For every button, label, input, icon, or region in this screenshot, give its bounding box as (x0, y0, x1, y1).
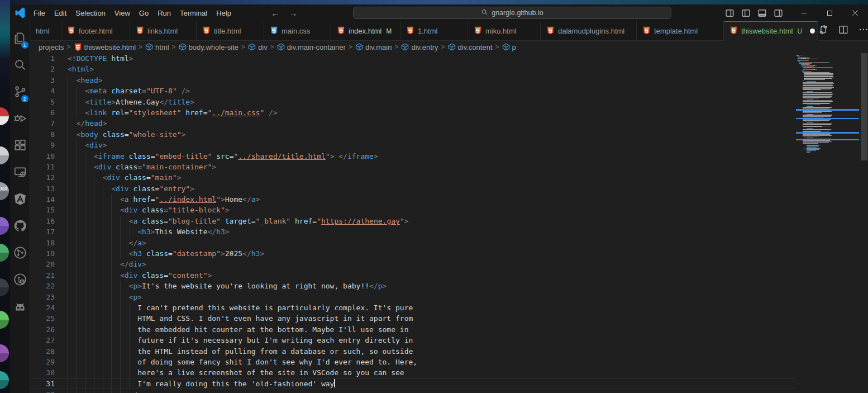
line-number[interactable]: 10 (30, 151, 55, 162)
breadcrumb-item[interactable]: div.entry (401, 43, 438, 51)
minimize-button[interactable] (791, 4, 817, 21)
code-line-19[interactable]: 19 <h3 class="datestamp">2025</h3> (30, 248, 796, 259)
line-number[interactable]: 8 (30, 129, 55, 140)
activity-extensions[interactable] (10, 133, 30, 160)
code-line-31[interactable]: 31 I'm really doing this the 'old-fashio… (30, 378, 796, 389)
toggle-secondary-sidebar-icon[interactable] (774, 8, 783, 18)
activity-search[interactable] (10, 53, 30, 79)
line-number[interactable]: 3 (30, 75, 55, 86)
code-line-21[interactable]: 21 <div class="content"> (30, 270, 796, 281)
tab-title.html[interactable]: title.html (197, 21, 264, 41)
code-line-3[interactable]: 3 <head> (30, 75, 796, 86)
line-number[interactable]: 20 (30, 259, 55, 269)
toggle-panel-icon[interactable] (757, 8, 767, 18)
menu-file[interactable]: File (29, 7, 50, 19)
line-number[interactable]: 30 (30, 367, 55, 378)
line-number[interactable]: 15 (30, 205, 55, 215)
code-line-4[interactable]: 4 <meta charset="UTF-8" /> (30, 86, 796, 96)
tab-footer.html[interactable]: footer.html (61, 21, 130, 41)
code-line-7[interactable]: 7 </head> (30, 118, 796, 129)
code-line-27[interactable]: 27 future if it's necessary but I'm writ… (30, 335, 796, 345)
vertical-scrollbar[interactable] (860, 53, 868, 393)
code-line-26[interactable]: 26 the embedded hit counter at the botto… (30, 324, 796, 335)
line-number[interactable]: 23 (30, 292, 55, 302)
code-line-15[interactable]: 15 <div class="title-block"> (30, 205, 796, 215)
split-editor-icon[interactable] (838, 24, 849, 37)
activity-godot-tools[interactable] (10, 294, 30, 321)
code-line-16[interactable]: 16 <a class="blog-title" target="_blank"… (30, 216, 796, 226)
tab-template.html[interactable]: template.html (637, 21, 724, 41)
code-line-8[interactable]: 8 <body class="whole-site"> (30, 129, 796, 140)
tab-1.html[interactable]: 1.html (400, 21, 468, 41)
line-number[interactable]: 32 (30, 389, 55, 393)
unsaved-dot-icon[interactable] (810, 29, 815, 34)
code-line-32[interactable]: 32 </p> (30, 389, 796, 393)
line-number[interactable]: 1 (30, 53, 55, 64)
breadcrumb-item[interactable]: thiswebsite.html (74, 43, 136, 51)
code-line-13[interactable]: 13 <div class="entry"> (30, 183, 796, 194)
code-lines[interactable]: 1<!DOCTYPE html>2<html>3 <head>4 <meta c… (30, 53, 796, 393)
tab-miku.html[interactable]: miku.html (468, 21, 541, 41)
tab-html[interactable]: html (30, 21, 61, 41)
line-number[interactable]: 13 (30, 183, 55, 194)
activity-source-control[interactable]: 2 (10, 79, 30, 106)
line-number[interactable]: 16 (30, 216, 55, 226)
code-editor[interactable]: 1<!DOCTYPE html>2<html>3 <head>4 <meta c… (30, 53, 868, 393)
line-number[interactable]: 22 (30, 281, 55, 291)
breadcrumb-item[interactable]: projects (39, 43, 64, 51)
activity-angular[interactable] (10, 187, 30, 214)
activity-git-graph[interactable] (10, 240, 30, 267)
code-line-20[interactable]: 20 </div> (30, 259, 796, 269)
code-line-25[interactable]: 25 HTML and CSS. I don't even have any j… (30, 313, 796, 324)
code-line-28[interactable]: 28 the HTML instead of pulling from a da… (30, 346, 796, 357)
code-line-6[interactable]: 6 <link rel="stylesheet" href="../main.c… (30, 107, 796, 118)
code-line-17[interactable]: 17 <h3>This Website</h3> (30, 226, 796, 237)
code-line-23[interactable]: 23 <p> (30, 292, 796, 302)
line-number[interactable]: 24 (30, 302, 55, 313)
code-line-29[interactable]: 29 of doing some fancy shit I don't see … (30, 357, 796, 367)
code-line-18[interactable]: 18 </a> (30, 238, 796, 248)
customize-layout-icon[interactable] (725, 8, 735, 18)
line-number[interactable]: 4 (30, 86, 55, 96)
toggle-primary-sidebar-icon[interactable] (741, 8, 751, 18)
breadcrumb-item[interactable]: div.main-container (277, 43, 346, 51)
more-actions-icon[interactable] (858, 24, 868, 37)
line-number[interactable]: 19 (30, 248, 55, 259)
tab-thiswebsite.html[interactable]: thiswebsite.htmlU (724, 21, 818, 41)
code-line-24[interactable]: 24 I can't pretend this website is parti… (30, 302, 796, 313)
line-number[interactable]: 28 (30, 346, 55, 357)
code-line-2[interactable]: 2<html> (30, 64, 796, 74)
breadcrumb-item[interactable]: div.main (355, 43, 392, 51)
line-number[interactable]: 11 (30, 162, 55, 172)
line-number[interactable]: 21 (30, 270, 55, 281)
tab-index.html[interactable]: index.htmlM (331, 21, 400, 41)
code-line-14[interactable]: 14 <a href="../index.html">Home</a> (30, 194, 796, 205)
menu-go[interactable]: Go (135, 7, 153, 19)
activity-github[interactable] (10, 214, 30, 240)
tab-main.css[interactable]: main.css (264, 21, 331, 41)
line-number[interactable]: 2 (30, 64, 55, 74)
menu-terminal[interactable]: Terminal (175, 7, 212, 19)
menu-edit[interactable]: Edit (50, 7, 71, 19)
code-line-5[interactable]: 5 <title>Athene.Gay</title> (30, 97, 796, 107)
line-number[interactable]: 31 (30, 378, 55, 389)
tab-links.html[interactable]: links.html (130, 21, 197, 41)
close-button[interactable] (842, 4, 868, 21)
line-number[interactable]: 12 (30, 172, 55, 183)
code-line-22[interactable]: 22 <p>It's the website you're looking at… (30, 281, 796, 291)
code-line-12[interactable]: 12 <div class="main"> (30, 172, 796, 183)
activity-run-debug[interactable] (10, 106, 30, 133)
command-center-search[interactable]: gnargle.github.io (353, 7, 671, 19)
activity-explorer[interactable]: 1 (10, 26, 30, 53)
line-number[interactable]: 25 (30, 313, 55, 324)
scrollbar-slider[interactable] (861, 53, 867, 160)
line-number[interactable]: 17 (30, 226, 55, 237)
line-number[interactable]: 26 (30, 324, 55, 335)
line-number[interactable]: 6 (30, 107, 55, 118)
compare-changes-icon[interactable] (818, 24, 829, 37)
menu-view[interactable]: View (110, 7, 135, 19)
line-number[interactable]: 29 (30, 357, 55, 367)
line-number[interactable]: 18 (30, 238, 55, 248)
breadcrumb-item[interactable]: div.content (448, 43, 493, 51)
line-number[interactable]: 14 (30, 194, 55, 205)
